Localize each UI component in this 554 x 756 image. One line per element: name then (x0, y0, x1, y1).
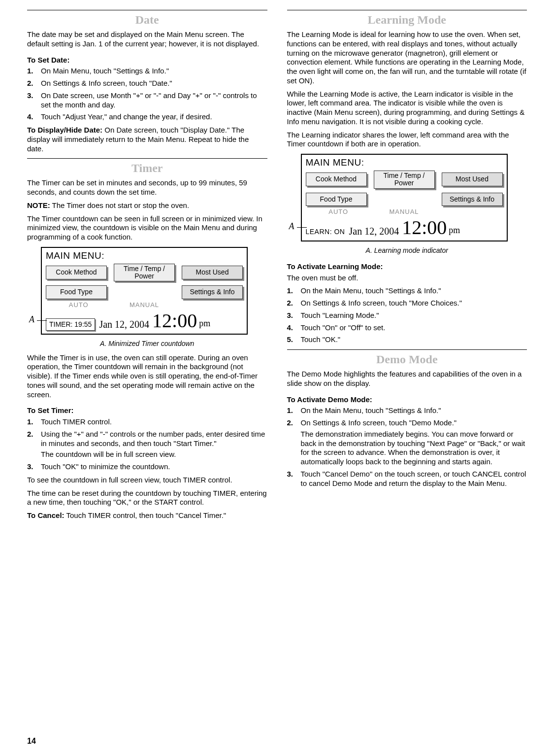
left-column: Date The date may be set and displayed o… (27, 5, 267, 524)
most-used-button[interactable]: Most Used (442, 172, 503, 186)
timer-figure: A MAIN MENU: Cook Method Time / Temp / P… (41, 247, 267, 335)
activate-demo-steps: 1.On the Main Menu, touch "Settings & In… (287, 406, 527, 488)
oven-screen: MAIN MENU: Cook Method Time / Temp / Pow… (41, 247, 248, 335)
learning-p3: The Learning indicator shares the lower,… (287, 131, 527, 149)
manual-label: MANUAL (111, 301, 177, 309)
timer-figure-caption: A. Minimized Timer countdown (27, 340, 267, 348)
oven-ampm: pm (449, 225, 460, 238)
food-type-button[interactable]: Food Type (306, 193, 367, 206)
set-date-steps: 1.On Main Menu, touch "Settings & Info."… (27, 67, 267, 122)
divider (287, 10, 527, 10)
oven-main-menu-label: MAIN MENU: (306, 157, 503, 169)
demo-title: Demo Mode (287, 352, 527, 367)
divider (287, 349, 527, 350)
display-hide-date: To Display/Hide Date: On Date screen, to… (27, 126, 267, 153)
set-date-heading: To Set Date: (27, 56, 267, 65)
time-temp-power-button[interactable]: Time / Temp / Power (374, 171, 435, 189)
oven-screen-learning: MAIN MENU: Cook Method Time / Temp / Pow… (301, 154, 508, 241)
cook-method-button[interactable]: Cook Method (46, 266, 107, 279)
page-number: 14 (27, 736, 36, 746)
learn-status: LEARN: ON (306, 226, 345, 238)
learning-figure: A MAIN MENU: Cook Method Time / Temp / P… (301, 154, 527, 241)
auto-label: AUTO (306, 208, 371, 216)
oven-main-menu-label: MAIN MENU: (46, 250, 243, 262)
timer-p2: The Timer countdown can be seen in full … (27, 214, 267, 242)
food-type-button[interactable]: Food Type (46, 285, 107, 299)
activate-demo-heading: To Activate Demo Mode: (287, 395, 527, 405)
divider (27, 158, 267, 159)
settings-info-button[interactable]: Settings & Info (442, 193, 503, 206)
manual-label: MANUAL (371, 208, 437, 216)
date-intro: The date may be set and displayed on the… (27, 30, 267, 49)
timer-p4: To see the countdown in full screen view… (27, 476, 267, 485)
timer-p5: The time can be reset during the countdo… (27, 489, 267, 508)
time-temp-power-button[interactable]: Time / Temp / Power (114, 264, 175, 282)
learning-title: Learning Mode (287, 12, 527, 27)
oven-date: Jan 12, 2004 (99, 318, 149, 331)
learning-figure-caption: A. Learning mode indicator (287, 246, 527, 255)
activate-learning-steps: 1.On the Main Menu, touch "Settings & In… (287, 286, 527, 344)
timer-status-box: TIMER: 19:55 (46, 318, 95, 331)
timer-p3: While the Timer is in use, the oven can … (27, 353, 267, 400)
set-timer-steps: 1.Touch TIMER control. 2.Using the "+" a… (27, 417, 267, 472)
most-used-button[interactable]: Most Used (182, 266, 243, 279)
timer-title: Timer (27, 161, 267, 175)
oven-date: Jan 12, 2004 (349, 225, 399, 238)
date-title: Date (27, 12, 267, 27)
right-column: Learning Mode The Learning Mode is ideal… (287, 5, 527, 524)
timer-cancel: To Cancel: Touch TIMER control, then tou… (27, 511, 267, 520)
oven-time: 12:00 (152, 311, 197, 331)
learning-p1: The Learning Mode is ideal for learning … (287, 30, 527, 86)
auto-label: AUTO (46, 301, 111, 309)
activate-learning-heading: To Activate Learning Mode: (287, 262, 527, 272)
timer-p1: The Timer can be set in minutes and seco… (27, 178, 267, 197)
oven-time: 12:00 (402, 218, 447, 238)
demo-p1: The Demo Mode highlights the features an… (287, 370, 527, 388)
learning-p2: While the Learning Mode is active, the L… (287, 90, 527, 127)
set-timer-heading: To Set Timer: (27, 406, 267, 415)
timer-note: NOTE: The Timer does not start or stop t… (27, 201, 267, 210)
divider (27, 10, 267, 10)
settings-info-button[interactable]: Settings & Info (182, 285, 243, 299)
cook-method-button[interactable]: Cook Method (306, 172, 367, 186)
oven-ampm: pm (199, 318, 210, 331)
learning-pre-step: The oven must be off. (287, 274, 527, 283)
